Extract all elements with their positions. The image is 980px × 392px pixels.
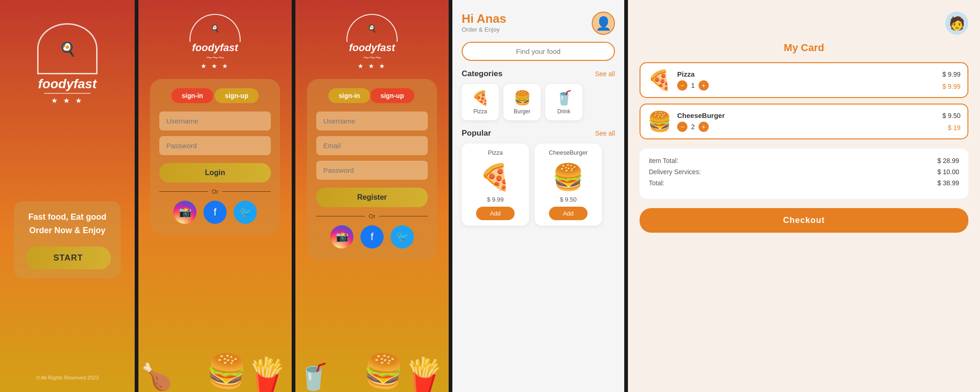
app-name-splash: foodyfast	[38, 77, 97, 91]
home-screen: Hi Anas Order & Enjoy 👤 Categories See a…	[452, 0, 624, 392]
food-decoration-1: 🍔🍟	[205, 351, 288, 392]
divider-3	[449, 0, 452, 392]
categories-row: 🍕 Pizza 🍔 Burger 🥤 Drink	[462, 84, 615, 120]
cart-burger-info: CheeseBurger − 2 +	[677, 111, 937, 132]
instagram-button-signup[interactable]: 📸	[330, 225, 353, 248]
popular-item-pizza: Pizza 🍕 $ 9.99 Add	[462, 144, 529, 226]
start-button[interactable]: START	[26, 247, 111, 269]
drink-category-label: Drink	[557, 108, 570, 115]
categories-see-all[interactable]: See all	[595, 70, 615, 78]
logo-squiggle-signin: 〜〜〜	[206, 54, 224, 62]
popular-pizza-name: Pizza	[488, 149, 503, 156]
food-decoration-4: 🥤	[298, 362, 330, 392]
pizza-category-icon: 🍕	[472, 90, 489, 106]
tab-signup-active[interactable]: sign-up	[370, 88, 414, 103]
delivery-row: Delivery Services: $ 10.00	[649, 168, 959, 176]
categories-section-header: Categories See all	[462, 69, 615, 78]
add-burger-button[interactable]: Add	[549, 207, 588, 220]
facebook-button-signin[interactable]: f	[203, 201, 227, 224]
pizza-qty-decrease[interactable]: −	[677, 80, 687, 91]
avatar-icon: 👤	[595, 16, 612, 31]
checkout-button[interactable]: Checkout	[640, 208, 968, 233]
signup-logo: 🍳 foodyfast 〜〜〜 ★ ★ ★	[346, 14, 398, 70]
cart-pizza-subtotal: $ 9.99	[942, 83, 960, 90]
pizza-qty-row: − 1 +	[677, 80, 937, 91]
item-total-label: item Total:	[649, 157, 679, 164]
greeting-area: Hi Anas Order & Enjoy	[462, 12, 506, 33]
tab-signup-inactive[interactable]: sign-up	[215, 88, 259, 103]
delivery-value: $ 10.00	[937, 168, 959, 176]
cart-burger-subtotal: $ 19	[942, 124, 960, 131]
splash-logo-area: 🍳 foodyfast ★ ★ ★	[37, 23, 98, 105]
login-button[interactable]: Login	[159, 163, 271, 183]
total-row: Total: $ 38.99	[649, 179, 959, 187]
popular-title: Popular	[462, 129, 491, 138]
cart-pizza-price-col: $ 9.99 $ 9.99	[942, 71, 960, 90]
signup-card: sign-in sign-up Register Or 📸 f 🐦	[307, 79, 437, 260]
stars-signup: ★ ★ ★	[358, 62, 386, 70]
splash-screen: 🍳 foodyfast ★ ★ ★ Fast food, Eat good Or…	[0, 0, 135, 392]
tagline-line1: Fast food, Eat good	[26, 210, 109, 224]
total-label: Total:	[649, 179, 664, 187]
cart-pizza-info: Pizza − 1 +	[677, 70, 937, 91]
email-input-signup[interactable]	[316, 136, 428, 155]
tagline-box: Fast food, Eat good Order Now & Enjoy ST…	[14, 201, 121, 279]
register-button[interactable]: Register	[316, 188, 428, 207]
pizza-qty-increase[interactable]: +	[699, 80, 709, 91]
logo-arc-signup: 🍳	[346, 14, 398, 42]
or-text-signup: Or	[369, 213, 375, 220]
app-name-signin: foodyfast	[192, 42, 238, 54]
username-input[interactable]	[159, 111, 271, 131]
stars-splash: ★ ★ ★	[51, 96, 84, 105]
tagline-line2: Order Now & Enjoy	[26, 224, 109, 237]
signup-tabs: sign-in sign-up	[316, 88, 428, 103]
popular-pizza-price: $ 9.99	[487, 196, 503, 203]
divider-1	[135, 0, 138, 392]
cart-pizza-icon: 🍕	[647, 69, 672, 91]
cart-burger-price-col: $ 9.50 $ 19	[942, 112, 960, 131]
burger-qty-increase[interactable]: +	[699, 122, 709, 132]
instagram-button-signin[interactable]: 📸	[173, 201, 196, 224]
facebook-button-signup[interactable]: f	[360, 225, 384, 248]
category-pizza[interactable]: 🍕 Pizza	[462, 84, 499, 120]
auth-tabs: sign-in sign-up	[159, 88, 271, 103]
divider-2	[292, 0, 295, 392]
or-text-signin: Or	[212, 188, 218, 195]
or-divider-signin: Or	[159, 188, 271, 195]
copyright-text: © All Rights Reserved 2023	[36, 375, 99, 380]
or-divider-signup: Or	[316, 213, 428, 220]
app-name-signup: foodyfast	[349, 42, 395, 54]
signin-logo: 🍳 foodyfast 〜〜〜 ★ ★ ★	[189, 14, 241, 70]
password-input[interactable]	[159, 136, 271, 155]
tab-signin-active[interactable]: sign-in	[171, 88, 213, 103]
twitter-button-signup[interactable]: 🐦	[391, 225, 414, 248]
cart-burger-icon: 🍔	[647, 110, 672, 133]
tab-signin-inactive[interactable]: sign-in	[328, 88, 370, 103]
cart-screen: 🧑 My Card 🍕 Pizza − 1 + $ 9.99 $ 9.99 🍔 …	[628, 0, 980, 392]
drink-category-icon: 🥤	[555, 90, 573, 106]
password-input-signup[interactable]	[316, 161, 428, 180]
social-buttons-signup: 📸 f 🐦	[316, 225, 428, 248]
add-pizza-button[interactable]: Add	[476, 207, 515, 220]
pizza-category-label: Pizza	[473, 108, 487, 115]
category-burger[interactable]: 🍔 Burger	[503, 84, 541, 120]
logo-circle: 🍳	[37, 23, 98, 74]
cart-item-burger: 🍔 CheeseBurger − 2 + $ 9.50 $ 19	[640, 104, 968, 139]
cart-user-avatar[interactable]: 🧑	[945, 12, 968, 35]
cart-pizza-name: Pizza	[677, 70, 937, 78]
logo-squiggle-signup: 〜〜〜	[363, 54, 381, 62]
category-drink[interactable]: 🥤 Drink	[545, 84, 582, 120]
popular-see-all[interactable]: See all	[595, 130, 615, 137]
signin-card: sign-in sign-up Login Or 📸 f 🐦	[150, 79, 280, 235]
twitter-button-signin[interactable]: 🐦	[234, 201, 257, 224]
burger-category-label: Burger	[514, 108, 530, 115]
signup-screen: 🍳 foodyfast 〜〜〜 ★ ★ ★ sign-in sign-up Re…	[295, 0, 449, 392]
user-avatar[interactable]: 👤	[592, 12, 615, 35]
username-input-signup[interactable]	[316, 111, 428, 131]
popular-burger-price: $ 9.50	[560, 196, 576, 203]
cart-pizza-unit-price: $ 9.99	[942, 71, 960, 78]
popular-item-burger: CheeseBurger 🍔 $ 9.50 Add	[535, 144, 602, 226]
search-input[interactable]	[462, 42, 615, 61]
chef-hat-icon: 🍳	[59, 41, 76, 57]
burger-qty-decrease[interactable]: −	[677, 122, 687, 132]
